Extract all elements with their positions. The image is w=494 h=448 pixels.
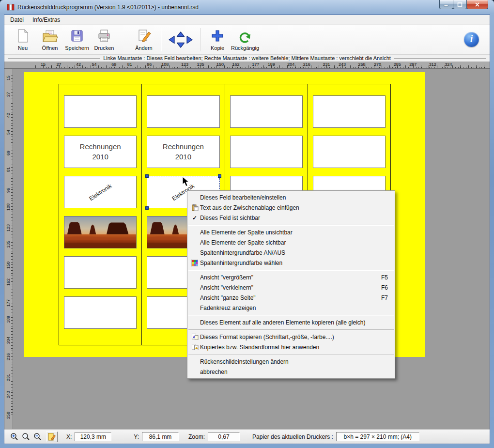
ruler-number: 258 (358, 62, 366, 67)
selection-handle-tl[interactable] (145, 174, 149, 178)
context-item-dieses-format-kopieren-schriftart-grosse[interactable]: ADieses Format kopieren (Schriftart,-grö… (187, 332, 395, 342)
selection-handle-bl[interactable] (145, 206, 149, 210)
context-item-dieses-feld-bearbeiten-einstellen[interactable]: Dieses Feld bearbeiten/einstellen (187, 192, 395, 202)
zoom-normal-button[interactable] (20, 432, 31, 442)
y-coordinate-field[interactable]: 86,1 mm (142, 432, 179, 441)
drucken-button[interactable]: Drucken (91, 26, 118, 53)
ruler-number: 231 (323, 62, 330, 67)
copy-format-icon: A (189, 333, 200, 340)
label-cell-c1r5[interactable] (64, 256, 137, 289)
color-palette-icon (189, 260, 200, 266)
andern-button[interactable]: Ändern (130, 26, 157, 53)
ruler-number: 285 (394, 62, 401, 67)
context-item-kopiertes-bzw-standardformat-hier-anwend[interactable]: AKopiertes bzw. Standardformat hier anwe… (187, 342, 395, 352)
y-label: Y: (134, 433, 139, 440)
check-icon: ✓ (189, 215, 200, 221)
context-menu-separator (188, 270, 394, 270)
desert-photo (64, 216, 136, 248)
ruler-number: 123 (6, 225, 11, 232)
context-item-alle-elemente-der-spalte-sichtbar[interactable]: Alle Elemente der Spalte sichtbar (187, 237, 395, 247)
label-cell-c2r2[interactable]: Rechnungen 2010 (147, 136, 219, 168)
context-item-dieses-element-auf-alle-anderen-elemente[interactable]: Dieses Element auf alle anderen Elemente… (187, 317, 395, 327)
label-cell-c1r6[interactable] (64, 296, 137, 329)
zoom-in-button[interactable] (8, 432, 20, 442)
label-cell-c3r1[interactable] (230, 95, 303, 128)
navigate-button[interactable] (165, 26, 197, 53)
x-coordinate-field[interactable]: 120,3 mm (75, 432, 111, 441)
label-text: Rechnungen 2010 (80, 142, 121, 162)
context-item-fadenkreuz-anzeigen[interactable]: Fadenkreuz anzeigen (187, 303, 395, 313)
minimize-button[interactable] (439, 0, 453, 9)
shortcut-key: F7 (370, 294, 388, 301)
ruler-number: 150 (6, 262, 11, 269)
ruler-number: 96 (147, 62, 152, 67)
label-cell-c1r2[interactable]: Rechnungen 2010 (64, 136, 137, 168)
label-cell-c1r1[interactable] (64, 95, 137, 128)
title-bar[interactable]: Rückenschilddruckprogramm (Version 1.9 <… (4, 0, 490, 15)
x-label: X: (66, 433, 72, 440)
close-button[interactable] (466, 0, 488, 9)
context-menu-separator (188, 225, 394, 225)
mouse-cursor-arrow (182, 176, 189, 187)
app-window: Rückenschilddruckprogramm (Version 1.9 <… (0, 0, 494, 448)
context-item-alle-elemente-der-spalte-unsichtbar[interactable]: Alle Elemente der Spalte unsichtbar (187, 227, 395, 237)
client-area: DateiInfo/Extras NeuÖffnenSpeichernDruck… (4, 15, 490, 444)
context-item-dieses-feld-ist-sichtbar[interactable]: ✓Dieses Feld ist sichtbar (187, 213, 395, 223)
ruler-number: 324 (445, 62, 452, 67)
speichern-button[interactable]: Speichern (63, 26, 91, 53)
selection-handle-tr[interactable] (218, 174, 221, 178)
maximize-button[interactable] (453, 0, 467, 9)
hint-divider-right (394, 58, 486, 59)
context-item-ansicht-verkleinern[interactable]: Ansicht "verkleinern"F6 (187, 282, 395, 293)
context-item-text-aus-der-zwischenablage-einfugen[interactable]: Text aus der Zwischenablage einfügen (187, 202, 395, 213)
ruler-number: 297 (409, 62, 417, 67)
label-cell-c3r2[interactable] (230, 136, 303, 168)
window-controls (440, 0, 488, 9)
context-item-ansicht-ganze-seite[interactable]: Ansicht "ganze Seite"F7 (187, 293, 395, 303)
ruler-number: 258 (6, 412, 11, 419)
label-cell-c4r1[interactable] (313, 95, 386, 128)
ruler-number: 42 (76, 62, 81, 67)
label-cell-c2r1[interactable] (147, 95, 219, 128)
context-item-abbrechen[interactable]: abbrechen (187, 367, 395, 377)
ruler-number: 150 (216, 62, 224, 67)
menu-item-info-extras[interactable]: Info/Extras (28, 15, 64, 24)
ruler-number: 69 (111, 62, 116, 67)
canvas-area[interactable]: Rechnungen 2010Elektronik Rechnungen 201… (13, 69, 490, 429)
label-cell-c1r3[interactable]: Elektronik (64, 176, 137, 208)
zoom-out-button[interactable] (31, 432, 43, 442)
apply-format-icon: A (189, 343, 200, 351)
ruler-number: 108 (6, 204, 11, 211)
toolbar-separator (200, 28, 201, 51)
ruler-number: 108 (161, 62, 169, 67)
offnen-button[interactable]: Öffnen (36, 26, 63, 53)
ruler-number: 15 (6, 75, 11, 81)
context-item-spaltenhintergrundfarbe-wahlen[interactable]: Spaltenhintergrundfarbe wählen (187, 258, 395, 268)
label-cell-c1r4[interactable] (64, 216, 137, 248)
context-item-spaltenhintergrundfarbe-an-aus[interactable]: Spaltenhintergrundfarbe AN/AUS (187, 247, 395, 258)
status-bar: X: 120,3 mm Y: 86,1 mm Zoom: 0,67 Papier… (4, 429, 490, 444)
shortcut-key: F5 (370, 274, 388, 281)
ruler-number: 270 (374, 62, 381, 67)
paste-icon (189, 204, 200, 211)
context-menu-separator (188, 315, 394, 315)
ruler-number: 216 (6, 354, 11, 360)
label-cell-c4r2[interactable] (313, 136, 386, 168)
ruckgangig-button[interactable]: Rückgängig (231, 26, 259, 53)
new-document-icon (16, 28, 30, 44)
context-item-ruckenschildeinstellungen-andern[interactable]: Rückenschildeinstellungen ändern (187, 356, 395, 367)
label-text-rotated: Elektronik (88, 182, 113, 201)
ruler-number: 216 (303, 62, 310, 67)
ruler-number: 162 (232, 62, 240, 67)
menu-item-datei[interactable]: Datei (6, 15, 28, 24)
kopie-button[interactable]: Kopie (204, 26, 231, 53)
context-item-ansicht-vergrossern[interactable]: Ansicht "vergrößern"F5 (187, 272, 395, 282)
context-menu-separator (188, 354, 394, 355)
ruler-number: 243 (339, 62, 346, 67)
neu-button[interactable]: Neu (9, 26, 36, 53)
hint-text: Linke Maustaste : Dieses Feld bearbeiten… (103, 55, 391, 61)
info-icon[interactable] (464, 32, 479, 47)
edit-position-button[interactable] (46, 432, 58, 442)
label-column-1: Rechnungen 2010Elektronik (59, 84, 142, 345)
zoom-field[interactable]: 0,67 (208, 432, 240, 441)
